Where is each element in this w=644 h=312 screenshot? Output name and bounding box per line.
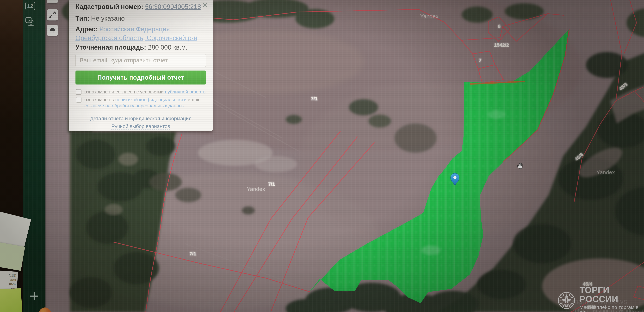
type-row: Тип: Не указано [76, 14, 125, 23]
privacy-consent-label: ознакомлен с политикой конфиденциальност… [84, 96, 200, 109]
parcel-label: 7/1 [268, 181, 275, 187]
manual-select-row: Ручной выбор вариантов [69, 123, 212, 129]
area-row: Уточненная площадь: 280 000 кв.м. [76, 43, 188, 51]
parcel-label: 1542/2 [494, 42, 509, 48]
privacy-consent-checkbox[interactable] [76, 97, 82, 102]
sticky-note [0, 288, 22, 312]
type-value: Не указано [91, 15, 125, 22]
public-offer-link[interactable]: публичной оферты [165, 89, 206, 94]
yandex-watermark: Yandex [420, 13, 438, 20]
fullscreen-button[interactable] [47, 9, 58, 21]
logo-subtitle: Маркетплейс по торгам в РФ [580, 304, 644, 312]
desk-note-fragment: ный [9, 282, 16, 286]
cadastral-number-link[interactable]: 56:30:0904005:218 [145, 3, 201, 10]
desk-note-fragment: ОВД [8, 273, 16, 278]
eagle-emblem-icon [558, 291, 575, 310]
address-row: Адрес: Российская Федерация, Оренбургска… [76, 25, 207, 42]
offer-consent-row: ознакомлен и согласен с условиями публич… [76, 89, 206, 95]
email-input[interactable] [76, 54, 206, 67]
map-pin [450, 173, 460, 186]
cadastral-info-panel: ✕ Кадастровый номер: 56:30:0904005:218 Т… [69, 0, 212, 131]
area-value: 280 000 кв.м. [148, 44, 188, 51]
address-label: Адрес: [76, 26, 98, 33]
offer-consent-label: ознакомлен и согласен с условиями публич… [84, 89, 206, 95]
torgi-rossii-logo: ТОРГИ РОССИИ Маркетплейс по торгам в РФ [558, 285, 644, 312]
yandex-watermark: Yandex [247, 186, 265, 192]
report-details-link[interactable]: Детали отчета и юридическая информация [90, 116, 192, 122]
hand-cursor-icon [515, 162, 525, 172]
parcel-label: 7/1 [311, 96, 318, 101]
print-button[interactable] [47, 25, 58, 36]
get-report-button[interactable]: Получить подробный отчет [76, 71, 206, 84]
privacy-policy-link[interactable]: политикой конфиденциальности [115, 97, 186, 102]
parcel-label: 7 [479, 58, 482, 63]
personal-data-consent-text: согласие на обработку персональных данны… [84, 103, 185, 108]
report-details-row: Детали отчета и юридическая информация [69, 116, 212, 121]
area-label: Уточненная площадь: [76, 44, 146, 51]
parcel-label: 7/1 [190, 251, 196, 257]
expand-arrows-icon [49, 11, 56, 18]
counter-badge[interactable]: 12 [25, 2, 35, 11]
cadastral-number-row: Кадастровый номер: 56:30:0904005:218 [76, 3, 201, 11]
zoom-in-button[interactable]: + [29, 291, 39, 301]
close-icon[interactable]: ✕ [202, 1, 208, 10]
screenshot-camera-icon[interactable] [25, 17, 35, 28]
cadastral-number-label: Кадастровый номер: [76, 3, 143, 10]
yandex-watermark: Yandex [596, 169, 615, 176]
logo-title: ТОРГИ РОССИИ [580, 285, 644, 303]
map-tool-button-partial[interactable] [47, 0, 58, 3]
type-label: Тип: [76, 15, 89, 22]
sidebar-toolbar: 12 + [23, 0, 46, 312]
privacy-consent-row: ознакомлен с политикой конфиденциальност… [76, 96, 204, 109]
manual-select-link[interactable]: Ручной выбор вариантов [111, 123, 170, 130]
offer-consent-checkbox[interactable] [76, 89, 82, 95]
desk-note-fragment: код [10, 277, 16, 282]
printer-icon [49, 27, 56, 34]
parcel-label: 6 [498, 24, 501, 29]
